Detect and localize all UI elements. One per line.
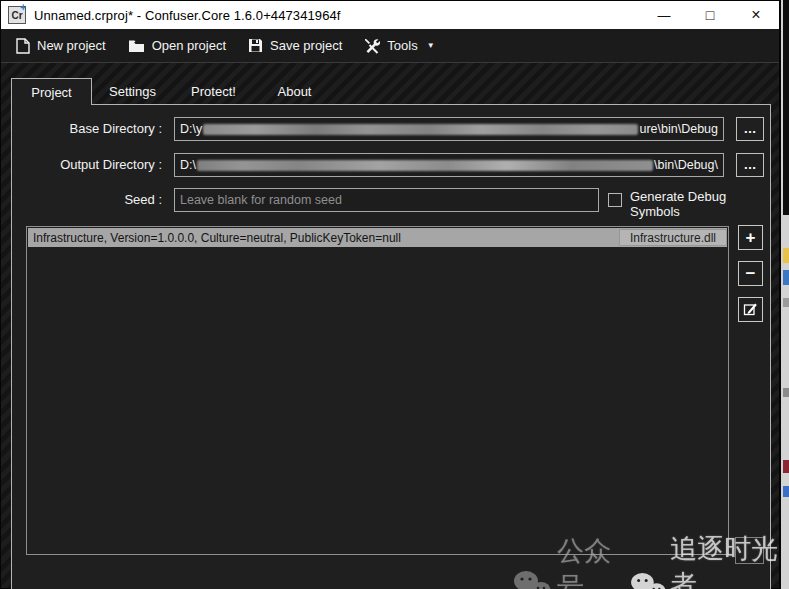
tab-settings-label: Settings: [109, 84, 156, 99]
background-file-icon: [783, 298, 789, 307]
remove-module-button[interactable]: −: [738, 261, 763, 286]
output-directory-input[interactable]: D:\ \bin\Debug\: [174, 153, 724, 177]
main-content: Project Settings Protect! About Base Dir…: [1, 63, 779, 588]
ellipsis-icon: …: [744, 124, 757, 134]
window-title: Unnamed.crproj* - Confuser.Core 1.6.0+44…: [34, 8, 341, 23]
tools-icon: [364, 38, 380, 54]
background-folder-icon: [783, 248, 789, 263]
background-file-icon: [783, 388, 789, 397]
tab-about-label: About: [278, 84, 312, 99]
minimize-button[interactable]: —: [641, 1, 687, 29]
generate-debug-symbols-checkbox[interactable]: [608, 193, 622, 207]
background-file-icon: [783, 460, 789, 473]
base-directory-suffix: ure\bin\Debug: [639, 122, 718, 136]
seed-label: Seed :: [12, 188, 162, 212]
base-directory-input[interactable]: D:\y ure\bin\Debug: [174, 117, 724, 141]
generate-debug-symbols-label: Generate Debug Symbols: [630, 189, 770, 219]
output-directory-suffix: \bin\Debug\: [654, 158, 718, 172]
tools-button[interactable]: Tools ▼: [355, 33, 443, 59]
add-module-button[interactable]: +: [738, 225, 763, 250]
new-project-label: New project: [37, 38, 106, 53]
background-window-sliver: [783, 0, 789, 589]
plus-icon: +: [746, 229, 756, 246]
window-controls: — □ ×: [641, 1, 779, 29]
edit-icon: [743, 301, 758, 319]
module-assembly-name: Infrastructure, Version=1.0.0.0, Culture…: [28, 231, 619, 245]
module-list-item[interactable]: Infrastructure, Version=1.0.0.0, Culture…: [28, 228, 727, 247]
tab-settings[interactable]: Settings: [92, 78, 173, 104]
base-directory-label: Base Directory :: [12, 117, 162, 141]
minimize-icon: —: [658, 8, 671, 23]
desktop: Cr + Unnamed.crproj* - Confuser.Core 1.6…: [0, 0, 789, 589]
open-project-button[interactable]: Open project: [119, 33, 235, 58]
save-project-label: Save project: [270, 38, 342, 53]
output-directory-browse-button[interactable]: …: [736, 153, 764, 177]
module-listbox[interactable]: Infrastructure, Version=1.0.0.0, Culture…: [26, 226, 729, 555]
save-icon: [248, 38, 263, 53]
minus-icon: −: [746, 265, 756, 282]
censored-path-blur: [203, 124, 638, 135]
base-directory-browse-button[interactable]: …: [736, 117, 764, 141]
tab-about[interactable]: About: [254, 78, 335, 104]
module-file-name: Infrastructure.dll: [619, 229, 727, 246]
maximize-icon: □: [706, 7, 714, 23]
new-document-icon: [16, 38, 30, 54]
maximize-button[interactable]: □: [687, 1, 733, 29]
base-directory-prefix: D:\y: [180, 122, 202, 136]
chevron-down-icon: ▼: [427, 41, 435, 50]
save-project-button[interactable]: Save project: [239, 33, 351, 58]
confuser-window: Cr + Unnamed.crproj* - Confuser.Core 1.6…: [0, 0, 781, 589]
censored-path-blur: [197, 160, 653, 171]
toolbar: New project Open project Save project To…: [1, 29, 779, 63]
titlebar[interactable]: Cr + Unnamed.crproj* - Confuser.Core 1.6…: [1, 1, 779, 29]
background-file-icon: [783, 486, 789, 497]
output-directory-label: Output Directory :: [12, 153, 162, 177]
ellipsis-icon: …: [744, 160, 757, 170]
tab-protect[interactable]: Protect!: [173, 78, 254, 104]
tabstrip: Project Settings Protect! About: [11, 78, 335, 104]
background-file-icon: [783, 270, 789, 285]
open-project-label: Open project: [152, 38, 226, 53]
tools-label: Tools: [387, 38, 417, 53]
edit-module-button[interactable]: [738, 297, 763, 322]
close-icon: ×: [751, 6, 760, 24]
new-project-button[interactable]: New project: [7, 33, 115, 59]
tab-project[interactable]: Project: [11, 78, 92, 105]
open-folder-icon: [128, 39, 145, 53]
app-icon-plus: +: [20, 2, 26, 13]
close-button[interactable]: ×: [733, 1, 779, 29]
seed-input[interactable]: Leave blank for random seed: [174, 188, 599, 212]
tab-protect-label: Protect!: [191, 84, 236, 99]
tab-project-label: Project: [31, 85, 71, 100]
project-tab-panel: Base Directory : D:\y ure\bin\Debug … Ou…: [11, 104, 771, 589]
app-icon: Cr +: [8, 6, 26, 24]
output-directory-prefix: D:\: [180, 158, 196, 172]
